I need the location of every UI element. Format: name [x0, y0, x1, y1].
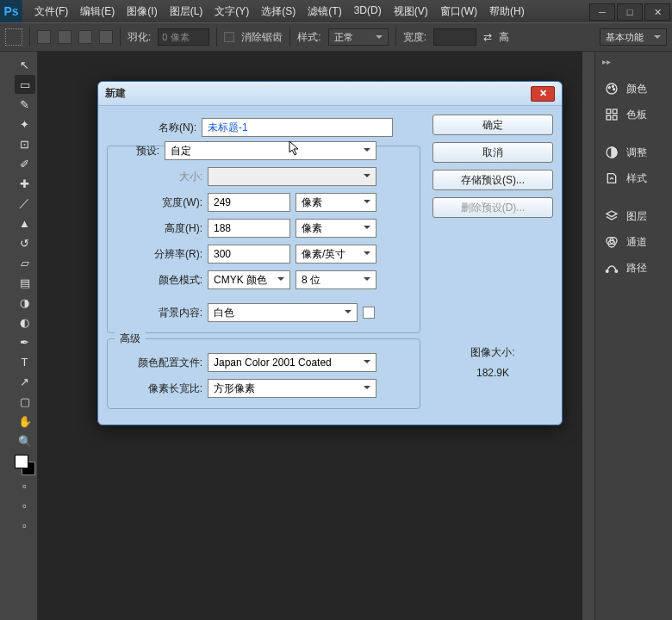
width-input[interactable]	[208, 193, 290, 212]
svg-point-0	[607, 84, 617, 94]
menu-file[interactable]: 文件(F)	[29, 1, 73, 22]
tool-mini-b[interactable]: ▫	[15, 496, 35, 515]
panel-gap	[595, 127, 672, 140]
tool-gradient[interactable]: ▤	[15, 273, 35, 292]
tool-eyedropper[interactable]: ✐	[15, 154, 35, 173]
dialog-titlebar[interactable]: 新建 ✕	[98, 82, 562, 106]
tool-wand[interactable]: ✦	[15, 115, 35, 133]
resolution-unit-dropdown[interactable]: 像素/英寸	[296, 245, 376, 264]
menu-type[interactable]: 文字(Y)	[209, 1, 254, 22]
height-label: 高度(H):	[113, 221, 208, 236]
current-tool-icon[interactable]	[5, 28, 22, 46]
panel-layers[interactable]: 图层	[595, 203, 672, 229]
width-input[interactable]	[433, 28, 476, 46]
size-dropdown[interactable]	[208, 167, 376, 186]
tool-type[interactable]: T	[15, 352, 35, 371]
svg-point-1	[608, 87, 610, 89]
tool-dodge[interactable]: ◐	[15, 313, 35, 332]
maximize-button[interactable]: □	[617, 3, 643, 21]
preset-dropdown[interactable]: 自定	[165, 141, 376, 160]
height-unit-dropdown[interactable]: 像素	[296, 219, 376, 238]
tool-path[interactable]: ↗	[15, 372, 35, 391]
menu-image[interactable]: 图像(I)	[121, 1, 162, 22]
tool-blur[interactable]: ◑	[15, 293, 35, 312]
panel-paths[interactable]: 路径	[595, 255, 672, 281]
panel-swatches[interactable]: 色板	[595, 102, 672, 127]
preset-label: 预设:	[113, 144, 165, 158]
bg-color-swatch[interactable]	[363, 307, 375, 319]
name-input[interactable]	[202, 118, 393, 137]
bg-dropdown[interactable]: 白色	[208, 303, 358, 322]
style-value: 正常	[334, 31, 353, 44]
delete-preset-button[interactable]: 删除预设(D)...	[432, 197, 553, 218]
tool-rect[interactable]: ▢	[15, 392, 35, 411]
marquee-add-icon[interactable]	[58, 30, 72, 44]
menu-layer[interactable]: 图层(L)	[165, 1, 208, 22]
cancel-button[interactable]: 取消	[432, 142, 553, 163]
tool-heal[interactable]: ✚	[15, 174, 35, 193]
tool-stamp[interactable]: ▲	[15, 214, 35, 232]
menu-edit[interactable]: 编辑(E)	[75, 1, 120, 22]
width-unit: 像素	[302, 195, 322, 210]
tool-pen[interactable]: ✒	[15, 332, 35, 351]
panel-styles[interactable]: 样式	[595, 165, 672, 191]
resolution-input[interactable]	[208, 245, 290, 264]
tool-zoom[interactable]: 🔍	[15, 431, 35, 450]
tool-mini-c[interactable]: ▫	[15, 516, 35, 535]
ok-button[interactable]: 确定	[432, 115, 553, 135]
tool-lasso[interactable]: ✎	[15, 95, 35, 114]
mode-dropdown[interactable]: CMYK 颜色	[208, 270, 290, 289]
tool-hand[interactable]: ✋	[15, 412, 35, 431]
tool-history[interactable]: ↺	[15, 233, 35, 252]
panel-collapse[interactable]: ▸▸	[595, 52, 672, 76]
menu-select[interactable]: 选择(S)	[256, 1, 301, 22]
feather-input[interactable]	[158, 28, 209, 46]
depth-dropdown[interactable]: 8 位	[296, 270, 376, 289]
link-icon[interactable]: ⇄	[483, 31, 492, 43]
panel-label: 图层	[626, 209, 647, 224]
tool-mini-a[interactable]: ▫	[15, 476, 35, 495]
marquee-sub-icon[interactable]	[78, 30, 92, 44]
panel-label: 路径	[626, 261, 647, 276]
width-unit-dropdown[interactable]: 像素	[296, 193, 376, 212]
bg-value: 白色	[214, 306, 234, 320]
titlebar: Ps 文件(F) 编辑(E) 图像(I) 图层(L) 文字(Y) 选择(S) 滤…	[0, 0, 672, 22]
profile-dropdown[interactable]: Japan Color 2001 Coated	[208, 353, 376, 372]
bg-label: 背景内容:	[113, 306, 208, 320]
fg-swatch[interactable]	[15, 455, 28, 468]
preset-fieldset: 预设: 自定 大小: 宽度(W): 像素 高度(H): 像素	[107, 146, 420, 333]
menu-3d[interactable]: 3D(D)	[349, 1, 387, 22]
panel-gap	[595, 191, 672, 203]
close-window-button[interactable]: ✕	[644, 3, 670, 21]
advanced-label: 高级	[115, 332, 146, 346]
workspace-dropdown[interactable]: 基本功能	[600, 28, 667, 46]
menu-help[interactable]: 帮助(H)	[484, 1, 530, 22]
style-dropdown[interactable]: 正常	[328, 28, 389, 46]
marquee-rect-icon[interactable]	[37, 30, 51, 44]
divider	[395, 28, 396, 46]
height-input[interactable]	[208, 219, 290, 238]
minimize-button[interactable]: ─	[589, 3, 615, 21]
marquee-intersect-icon[interactable]	[99, 30, 113, 44]
panel-channels[interactable]: 通道	[595, 229, 672, 255]
menu-view[interactable]: 视图(V)	[389, 1, 433, 22]
tool-crop[interactable]: ⊡	[15, 134, 35, 153]
color-swatches[interactable]	[15, 455, 35, 475]
aspect-dropdown[interactable]: 方形像素	[208, 379, 376, 398]
svg-point-3	[613, 89, 615, 90]
save-preset-button[interactable]: 存储预设(S)...	[432, 170, 553, 190]
tool-move[interactable]: ↖	[15, 55, 35, 74]
aspect-label: 像素长宽比:	[113, 381, 208, 396]
antialias-checkbox[interactable]	[224, 32, 234, 42]
tool-brush[interactable]: ／	[15, 194, 35, 213]
dialog-close-button[interactable]: ✕	[531, 86, 555, 102]
menu-window[interactable]: 窗口(W)	[435, 1, 482, 22]
aspect-value: 方形像素	[214, 381, 255, 396]
panel-adjust[interactable]: 调整	[595, 140, 672, 165]
menu-filter[interactable]: 滤镜(T)	[302, 1, 346, 22]
tool-eraser[interactable]: ▱	[15, 253, 35, 272]
panel-palette[interactable]: 颜色	[595, 76, 672, 102]
workspace-value: 基本功能	[606, 31, 644, 44]
tool-marquee[interactable]: ▭	[15, 75, 35, 94]
styles-icon	[604, 170, 619, 186]
